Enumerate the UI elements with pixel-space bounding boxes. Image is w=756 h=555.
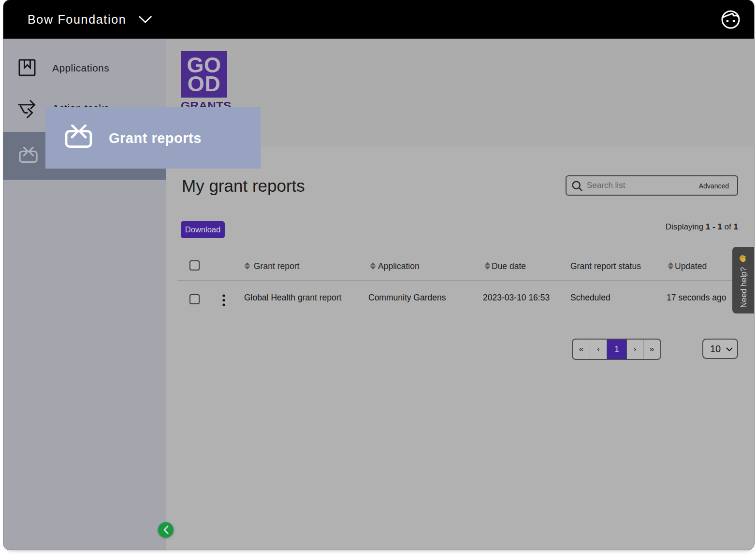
cell-due-date: 2023-03-10 16:53 [483,293,550,303]
sort-icon [244,262,250,270]
search-input[interactable] [587,176,693,195]
page-1-button[interactable]: 1 [607,340,626,359]
col-due-date[interactable]: Due date [484,261,526,271]
page-prev-button[interactable]: ‹ [590,340,607,359]
checkbox-box [189,294,200,304]
col-grant-report[interactable]: Grant report [244,261,299,271]
sidebar-item-label: Applications [52,62,109,74]
column-label: Grant report status [570,261,641,271]
sidebar-item-applications[interactable]: Applications [3,46,166,89]
page-last-button[interactable]: » [643,340,660,359]
sort-icon [484,262,491,270]
search-icon [572,181,582,191]
chevron-left-icon [163,526,169,534]
page-next-button[interactable]: › [626,340,643,359]
row-checkbox[interactable] [189,294,200,304]
table-header-divider [177,280,735,281]
kebab-menu-icon[interactable] [222,294,225,307]
account-switcher[interactable]: Bow Foundation [28,0,152,39]
displaying-total: 1 [734,222,738,231]
page-size-value: 10 [710,343,721,355]
displaying-count: Displaying 1 - 1 of 1 [666,222,738,232]
profile-face-icon[interactable] [721,10,740,29]
chevron-down-icon [726,347,733,352]
account-name: Bow Foundation [28,13,126,27]
column-label: Application [378,261,420,271]
grant-reports-icon [65,125,92,148]
sidebar-collapse-button[interactable] [158,522,174,538]
select-all-checkbox[interactable] [189,260,200,270]
column-label: Grant report [254,261,299,271]
grant-reports-icon [19,147,38,163]
cell-grant-report[interactable]: Global Health grant report [244,293,341,303]
tooltip-label: Grant reports [109,130,202,146]
send-arrow-icon [18,100,37,120]
column-label: Updated [675,261,707,271]
logo-square: GO OD [181,51,227,98]
col-application[interactable]: Application [370,261,420,271]
pagination: « ‹ 1 › » [572,339,661,360]
grant-reports-tooltip: Grant reports [45,107,261,169]
checkbox-box [189,260,200,270]
logo-line2: OD [188,74,221,93]
displaying-of: of [725,222,731,231]
displaying-prefix: Displaying [666,222,703,231]
waving-hand-icon [739,254,748,263]
col-status[interactable]: Grant report status [570,261,641,271]
good-grants-logo[interactable]: GO OD GRANTS [181,51,227,113]
cell-updated: 17 seconds ago [667,293,727,303]
need-help-tab[interactable]: Need help? [732,247,754,313]
page-size-select[interactable]: 10 [702,339,738,359]
app-window: Bow Foundation Applications Act [3,0,754,550]
cell-application: Community Gardens [368,293,446,303]
cell-status: Scheduled [570,293,611,303]
top-bar: Bow Foundation [3,0,754,39]
need-help-label: Need help? [739,267,748,308]
chevron-down-icon [139,16,152,23]
displaying-range: 1 - 1 [706,222,722,231]
sort-icon [668,262,674,270]
sort-icon [370,262,376,270]
download-button[interactable]: Download [181,221,225,238]
bookmark-icon [18,58,36,77]
page-title: My grant reports [182,176,305,196]
col-updated[interactable]: Updated [668,261,707,271]
column-label: Due date [492,261,526,271]
search-box: Advanced [566,175,738,196]
page-first-button[interactable]: « [573,340,590,359]
advanced-search-link[interactable]: Advanced [699,182,729,190]
